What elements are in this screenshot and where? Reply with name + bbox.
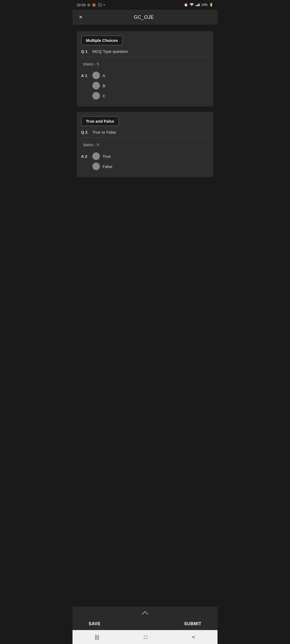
question-type-button-1[interactable]: Multiple Choices bbox=[81, 35, 123, 45]
bottom-bar-wrapper: SAVE SUBMIT bbox=[73, 607, 218, 630]
wifi-icon bbox=[190, 3, 194, 7]
minus-icon: ⊖ bbox=[87, 3, 90, 7]
question-row-1: Q 1 MCQ Type question bbox=[81, 49, 209, 54]
radio-option-2-false[interactable] bbox=[92, 163, 100, 170]
answer-row-1: A 1 A bbox=[81, 72, 209, 79]
option-text-1-b: B bbox=[103, 83, 105, 88]
radio-option-2-true[interactable] bbox=[92, 152, 100, 160]
divider-2 bbox=[81, 138, 209, 138]
marks-row-1: Marks - 5 bbox=[81, 61, 209, 69]
option-text-1-c: C bbox=[103, 94, 106, 98]
option-row-1-c: C bbox=[92, 92, 209, 100]
battery-display: 14% bbox=[201, 3, 208, 7]
radio-option-1-c[interactable] bbox=[92, 92, 100, 100]
status-left: 22:03 ⊖ 🔕 ⬛ • bbox=[77, 3, 105, 7]
dot-icon: • bbox=[104, 3, 105, 7]
submit-button[interactable]: SUBMIT bbox=[184, 621, 201, 626]
status-bar: 22:03 ⊖ 🔕 ⬛ • ⏰ 14% 🔋 bbox=[73, 0, 218, 10]
answer-number-1: A 1 bbox=[81, 73, 90, 78]
question-card-2: True and False Q 2 True or False Marks -… bbox=[77, 112, 213, 177]
option-text-2-true: True bbox=[103, 154, 111, 159]
answer-row-2: A 2 True bbox=[81, 152, 209, 160]
time-display: 22:03 bbox=[77, 3, 86, 7]
marks-row-2: Marks - 5 bbox=[81, 142, 209, 150]
top-nav: × GC_OJE bbox=[73, 10, 218, 25]
alarm-icon: ⏰ bbox=[184, 3, 188, 7]
save-button[interactable]: SAVE bbox=[89, 621, 100, 626]
notification-icon: 🔕 bbox=[92, 3, 96, 7]
system-nav-bar: ||| □ < bbox=[73, 630, 218, 644]
close-button[interactable]: × bbox=[78, 13, 84, 21]
status-right: ⏰ 14% 🔋 bbox=[184, 3, 213, 7]
recent-apps-button[interactable]: ||| bbox=[89, 633, 104, 641]
option-text-1-a: A bbox=[103, 73, 105, 78]
page-title: GC_OJE bbox=[84, 14, 204, 20]
divider-1 bbox=[81, 57, 209, 57]
back-button[interactable]: < bbox=[187, 633, 201, 641]
question-number-1: Q 1 bbox=[81, 49, 90, 54]
main-content: Multiple Choices Q 1 MCQ Type question M… bbox=[73, 25, 218, 607]
home-button[interactable]: □ bbox=[139, 633, 153, 641]
screen-record-icon: ⬛ bbox=[98, 3, 102, 7]
question-row-2: Q 2 True or False bbox=[81, 130, 209, 134]
chevron-row bbox=[73, 609, 218, 618]
option-text-2-false: False bbox=[103, 164, 113, 169]
option-row-1-b: B bbox=[92, 82, 209, 89]
signal-icon bbox=[195, 3, 200, 7]
radio-option-1-b[interactable] bbox=[92, 82, 100, 89]
question-type-button-2[interactable]: True and False bbox=[81, 116, 119, 126]
answer-section-2: A 2 True False bbox=[81, 152, 209, 170]
battery-icon: 🔋 bbox=[209, 3, 213, 7]
question-text-1: MCQ Type question bbox=[92, 49, 128, 54]
question-number-2: Q 2 bbox=[81, 130, 90, 134]
question-text-2: True or False bbox=[92, 130, 116, 134]
radio-option-1-a[interactable] bbox=[92, 72, 100, 79]
option-row-2-false: False bbox=[92, 163, 209, 170]
action-buttons: SAVE SUBMIT bbox=[73, 618, 218, 630]
svg-point-0 bbox=[191, 6, 192, 6]
question-card-1: Multiple Choices Q 1 MCQ Type question M… bbox=[77, 31, 213, 107]
answer-section-1: A 1 A B C bbox=[81, 72, 209, 100]
chevron-up-icon bbox=[142, 610, 148, 616]
answer-number-2: A 2 bbox=[81, 154, 90, 159]
